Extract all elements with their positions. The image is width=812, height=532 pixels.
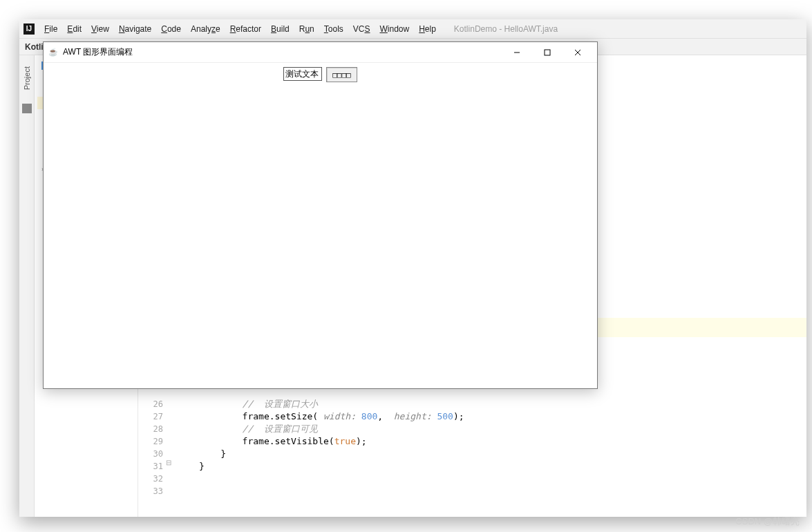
menu-file[interactable]: File bbox=[40, 22, 62, 36]
menu-build[interactable]: Build bbox=[267, 22, 294, 36]
left-rail: Project bbox=[19, 55, 35, 517]
fold-marker[interactable]: ⊟ bbox=[166, 459, 171, 466]
gutter-line-numbers: 26 27 28 29 30 31 32 33 bbox=[144, 398, 163, 497]
menu-analyze[interactable]: Analyze bbox=[187, 22, 225, 36]
menu-window[interactable]: Window bbox=[375, 22, 413, 36]
menu-code[interactable]: Code bbox=[157, 22, 185, 36]
menu-edit[interactable]: Edit bbox=[63, 22, 86, 36]
awt-frame[interactable]: ☕ AWT 图形界面编程 □□□□ bbox=[43, 41, 598, 389]
menu-view[interactable]: View bbox=[87, 22, 113, 36]
minimize-button[interactable] bbox=[502, 43, 532, 62]
project-tool-tab[interactable]: Project bbox=[23, 66, 31, 90]
menu-tools[interactable]: Tools bbox=[320, 22, 348, 36]
app-icon: IJ bbox=[23, 23, 35, 35]
menu-help[interactable]: Help bbox=[415, 22, 440, 36]
awt-textfield[interactable] bbox=[283, 67, 322, 81]
awt-title-text: AWT 图形界面编程 bbox=[63, 46, 133, 58]
window-title-hint: KotlinDemo - HelloAWT.java bbox=[454, 24, 558, 34]
code-block[interactable]: // 设置窗口大小 frame.setSize( width: 800, hei… bbox=[199, 398, 464, 473]
svg-rect-1 bbox=[545, 50, 550, 55]
menu-navigate[interactable]: Navigate bbox=[115, 22, 155, 36]
structure-icon[interactable] bbox=[22, 104, 32, 113]
java-icon: ☕ bbox=[48, 47, 59, 58]
awt-button[interactable]: □□□□ bbox=[326, 67, 357, 82]
highlight-stripe bbox=[592, 318, 806, 337]
menu-run[interactable]: Run bbox=[295, 22, 319, 36]
awt-titlebar[interactable]: ☕ AWT 图形界面编程 bbox=[44, 42, 597, 63]
menu-vcs[interactable]: VCS bbox=[349, 22, 375, 36]
maximize-button[interactable] bbox=[532, 43, 563, 62]
menubar: IJ File Edit View Navigate Code Analyze … bbox=[19, 19, 806, 39]
close-button[interactable] bbox=[563, 43, 593, 62]
awt-content: □□□□ bbox=[44, 63, 597, 388]
menu-refactor[interactable]: Refactor bbox=[226, 22, 265, 36]
watermark: CSDN @韩曙亮 bbox=[735, 515, 800, 528]
